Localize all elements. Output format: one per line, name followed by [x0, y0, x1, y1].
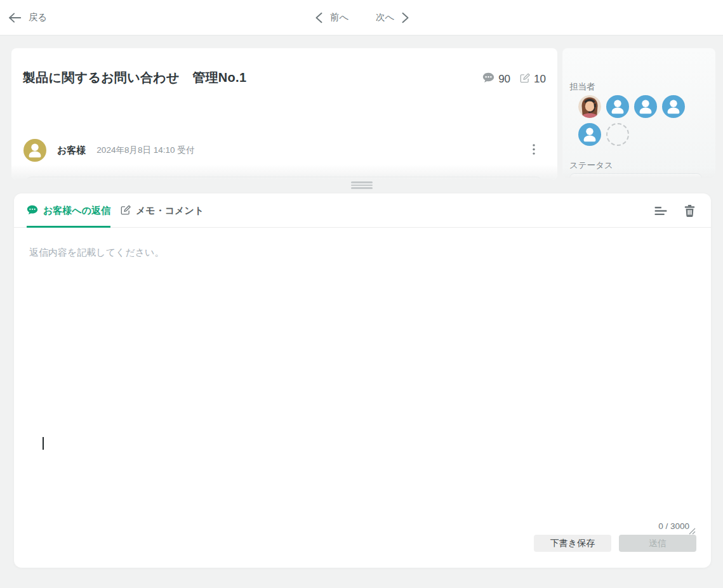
composer-tab-bar: お客様への返信 メモ・コメント	[14, 193, 711, 228]
edit-icon	[121, 205, 131, 217]
trash-icon	[684, 205, 695, 217]
person-icon	[662, 95, 685, 118]
person-icon	[23, 139, 46, 162]
drag-handle-icon	[351, 185, 373, 186]
message-header: お客様 2024年8月8日 14:10 受付	[23, 138, 548, 163]
drag-handle-icon	[351, 187, 373, 189]
next-label: 次へ	[376, 11, 394, 23]
edit-count-icon	[520, 73, 530, 86]
drag-handle-icon	[351, 181, 373, 183]
assignee-avatar[interactable]	[606, 95, 629, 118]
prev-label: 前へ	[330, 11, 348, 23]
person-icon	[634, 95, 657, 118]
comment-count: 90	[498, 73, 510, 86]
ticket-title: 製品に関するお問い合わせ 管理No.1	[23, 69, 246, 86]
top-bar: 戻る 前へ 次へ	[0, 0, 723, 36]
message-timestamp: 2024年8月8日 14:10 受付	[96, 145, 194, 156]
template-button[interactable]	[653, 204, 669, 218]
ticket-detail-page: 戻る 前へ 次へ 製品に関するお問い合わせ 管理No.1 90 10	[0, 0, 723, 588]
ticket-card: 製品に関するお問い合わせ 管理No.1 90 10 お客様 2024年8月8日 …	[11, 48, 557, 180]
sender-name: お客様	[57, 145, 86, 157]
person-icon	[578, 123, 601, 146]
back-arrow-icon	[8, 12, 22, 23]
tab-memo-comment[interactable]: メモ・コメント	[121, 193, 204, 228]
comment-count-icon	[482, 72, 494, 86]
status-select[interactable]	[569, 173, 702, 178]
back-label: 戻る	[29, 11, 47, 23]
save-draft-button[interactable]: 下書き保存	[534, 535, 611, 552]
assignee-avatar[interactable]	[578, 123, 601, 146]
reply-textarea[interactable]	[14, 228, 711, 533]
chevron-right-icon	[401, 12, 409, 23]
tab-customer-reply-label: お客様への返信	[43, 205, 110, 217]
prev-button[interactable]: 前へ	[315, 0, 348, 35]
delete-button[interactable]	[682, 203, 697, 219]
composer-toolbar	[653, 193, 697, 228]
assignee-avatar[interactable]	[634, 95, 657, 118]
assignee-avatar[interactable]	[662, 95, 685, 118]
ticket-counts: 90 10	[482, 72, 546, 86]
status-label: ステータス	[569, 160, 613, 171]
composer-actions: 下書き保存 送信	[534, 535, 696, 552]
assignee-label: 担当者	[569, 81, 595, 93]
char-counter: 0 / 3000	[658, 521, 689, 531]
person-icon	[606, 95, 629, 118]
quoted-message-box	[25, 176, 543, 180]
assignee-empty-slot[interactable]	[606, 123, 629, 146]
back-button[interactable]: 戻る	[8, 0, 47, 35]
agent-photo-icon	[578, 95, 601, 118]
assignee-avatar-list	[578, 95, 694, 146]
customer-avatar	[23, 139, 46, 162]
edit-count: 10	[534, 73, 546, 86]
kebab-icon	[533, 144, 535, 155]
send-button[interactable]: 送信	[619, 535, 696, 552]
chevron-left-icon	[315, 12, 323, 23]
next-button[interactable]: 次へ	[376, 0, 409, 35]
tab-memo-comment-label: メモ・コメント	[136, 205, 204, 217]
align-left-icon	[654, 206, 667, 216]
panel-resize-handle[interactable]	[351, 181, 373, 190]
ticket-properties-panel: 担当者	[562, 48, 715, 178]
text-caret	[43, 437, 44, 450]
speech-bubble-icon	[27, 205, 38, 217]
assignee-avatar-photo[interactable]	[578, 95, 601, 118]
message-menu-button[interactable]	[529, 141, 539, 159]
tab-customer-reply[interactable]: お客様への返信	[27, 193, 110, 228]
reply-composer-panel: お客様への返信 メモ・コメント 0 / 3000	[14, 193, 711, 568]
